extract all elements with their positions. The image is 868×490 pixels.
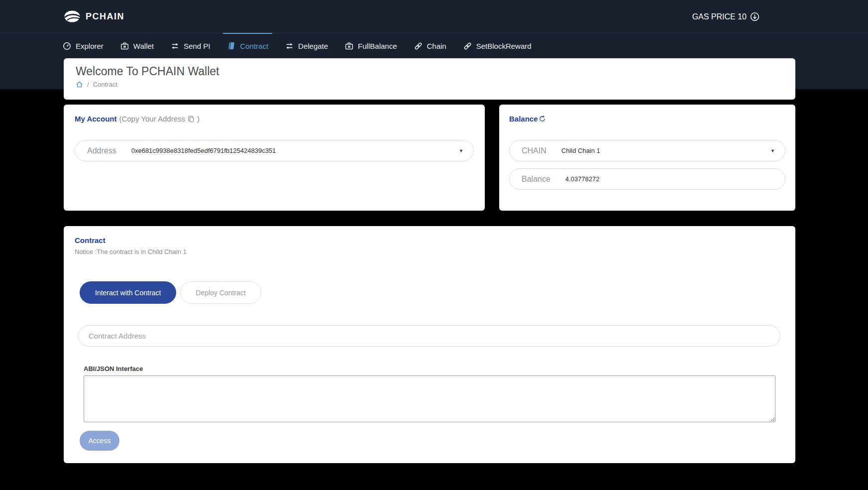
brand[interactable]: PCHAIN bbox=[64, 10, 124, 23]
briefcase-icon bbox=[120, 42, 129, 50]
book-icon bbox=[227, 42, 235, 50]
contract-title: Contract bbox=[75, 236, 106, 245]
dropdown-caret-icon bbox=[459, 148, 463, 153]
chain-select[interactable]: CHAIN Child Chain 1 bbox=[509, 140, 785, 161]
breadcrumb: / Contract bbox=[76, 81, 783, 88]
dropdown-caret-icon bbox=[770, 148, 775, 153]
access-button[interactable]: Access bbox=[80, 431, 119, 451]
balance-label: Balance bbox=[522, 175, 550, 184]
swap-arrows-icon bbox=[285, 42, 294, 50]
gas-price[interactable]: GAS PRICE 10 bbox=[692, 0, 760, 33]
home-icon[interactable] bbox=[76, 81, 83, 88]
gas-price-label: GAS PRICE 10 bbox=[692, 12, 747, 21]
nav-item-explorer[interactable]: Explorer bbox=[63, 33, 104, 58]
nav-item-contract[interactable]: Contract bbox=[227, 33, 268, 58]
link-icon bbox=[463, 42, 472, 50]
address-select[interactable]: Address 0xe681c9938e8318fed5edf6791fb125… bbox=[75, 140, 474, 161]
circle-down-arrow-icon bbox=[750, 12, 760, 21]
refresh-icon[interactable] bbox=[539, 115, 546, 122]
chain-value: Child Chain 1 bbox=[561, 147, 600, 154]
tab-deploy-contract[interactable]: Deploy Contract bbox=[180, 281, 261, 304]
main-content: My Account (Copy Your Address ) Address … bbox=[0, 105, 868, 463]
abi-json-textarea[interactable] bbox=[84, 375, 775, 422]
contract-notice: Notice :The contract is in Child Chain 1 bbox=[75, 248, 784, 255]
welcome-card: Welcome To PCHAIN Wallet / Contract bbox=[64, 58, 795, 100]
gauge-icon bbox=[63, 42, 71, 50]
copy-icon[interactable] bbox=[187, 115, 195, 123]
hero-band: Welcome To PCHAIN Wallet / Contract bbox=[0, 58, 868, 89]
balance-value: 4.03778272 bbox=[565, 175, 600, 183]
contract-address-input[interactable] bbox=[78, 325, 780, 347]
nav-item-fullbalance[interactable]: FullBalance bbox=[345, 33, 397, 58]
chain-label: CHAIN bbox=[522, 146, 546, 155]
contract-card: Contract Notice :The contract is in Chil… bbox=[64, 226, 795, 463]
link-icon bbox=[414, 42, 423, 50]
tab-interact-with-contract[interactable]: Interact with Contract bbox=[80, 281, 176, 304]
contract-tabs: Interact with Contract Deploy Contract bbox=[80, 281, 784, 304]
my-account-title: My Account bbox=[75, 115, 116, 123]
copy-address-hint[interactable]: (Copy Your Address ) bbox=[119, 115, 200, 123]
balance-card: Balance CHAIN Child Chain 1 Balance 4.03… bbox=[499, 105, 795, 211]
nav-item-setblockreward[interactable]: SetBlockReward bbox=[463, 33, 532, 58]
swap-arrows-icon bbox=[171, 42, 179, 50]
nav-item-chain[interactable]: Chain bbox=[414, 33, 446, 58]
my-account-card: My Account (Copy Your Address ) Address … bbox=[64, 105, 485, 211]
top-bar: PCHAIN GAS PRICE 10 bbox=[0, 0, 868, 33]
balance-row: Balance 4.03778272 bbox=[509, 168, 785, 190]
briefcase-icon bbox=[345, 42, 353, 50]
nav-item-delegate[interactable]: Delegate bbox=[285, 33, 328, 58]
address-label: Address bbox=[87, 146, 116, 155]
page-title: Welcome To PCHAIN Wallet bbox=[76, 65, 783, 78]
main-nav: Explorer Wallet Send PI bbox=[0, 33, 868, 58]
pchain-logo-icon bbox=[64, 10, 81, 23]
address-value: 0xe681c9938e8318fed5edf6791fb125424839c3… bbox=[131, 147, 276, 154]
breadcrumb-current: Contract bbox=[93, 81, 117, 88]
abi-json-label: ABI/JSON Interface bbox=[84, 365, 784, 372]
nav-item-wallet[interactable]: Wallet bbox=[120, 33, 154, 58]
balance-title: Balance bbox=[509, 115, 538, 123]
nav-item-send-pi[interactable]: Send PI bbox=[171, 33, 210, 58]
breadcrumb-separator: / bbox=[87, 81, 89, 88]
brand-name: PCHAIN bbox=[86, 11, 124, 22]
